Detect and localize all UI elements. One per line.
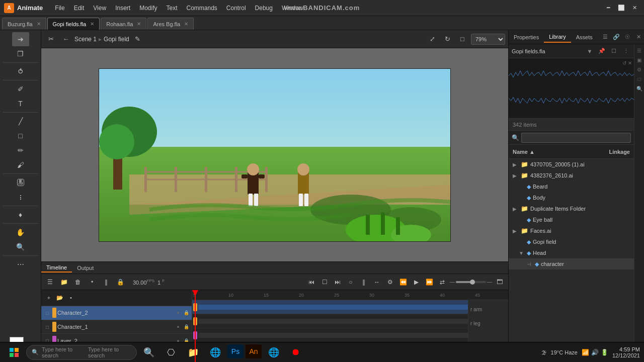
battery-icon[interactable]: 🔋: [601, 349, 608, 356]
lib-item-beard[interactable]: ◆ Beard: [509, 181, 634, 192]
tab-gopi-close[interactable]: ✕: [90, 21, 94, 27]
lib-item-character[interactable]: ⊣ ◆ character: [509, 258, 634, 269]
side-icon-5[interactable]: 🔍: [635, 84, 643, 93]
line-tool[interactable]: ╱: [12, 114, 29, 128]
lib-item-gopifield[interactable]: ◆ Gopi field: [509, 236, 634, 247]
maximize-button[interactable]: ⬜: [616, 3, 627, 14]
next-keyframe-button[interactable]: ⏭: [332, 277, 343, 288]
ease-button[interactable]: ⇄: [437, 277, 448, 288]
minimize-button[interactable]: ━: [603, 3, 614, 14]
panel-options-icon[interactable]: ☰: [600, 32, 611, 43]
back-button[interactable]: ←: [59, 33, 72, 46]
tab-output[interactable]: Output: [72, 264, 99, 272]
zoom-tool[interactable]: 🔍: [12, 240, 29, 254]
taskbar-app-chrome[interactable]: 🌐: [205, 344, 225, 360]
menu-control[interactable]: Control: [222, 3, 250, 13]
taskbar-app-cortana[interactable]: ⎔: [161, 344, 181, 360]
menu-view[interactable]: View: [89, 3, 110, 13]
edit-scene-button[interactable]: ✎: [131, 33, 144, 46]
close-button[interactable]: ✕: [629, 3, 640, 14]
add-layer-btn[interactable]: +: [44, 293, 53, 302]
taskbar-app-search[interactable]: 🔍: [139, 344, 159, 360]
paint-bucket-tool[interactable]: 🩣: [12, 175, 29, 190]
pencil-tool[interactable]: ✏: [12, 143, 29, 157]
lib-item-folder2[interactable]: ▶ 📁 4382376_2610.ai: [509, 170, 634, 181]
layer-row-character1[interactable]: □ Character_1 ● 🔒: [41, 320, 192, 334]
select-tool[interactable]: ➔: [12, 32, 29, 46]
tab-rohaan-close[interactable]: ✕: [137, 21, 141, 27]
taskbar-app-explorer[interactable]: 📁: [183, 344, 203, 360]
eraser-tool[interactable]: ♦: [12, 208, 29, 222]
text-tool[interactable]: T: [12, 97, 29, 111]
playhead[interactable]: [195, 290, 196, 362]
zoom-select[interactable]: 79% 100% 50%: [471, 34, 505, 45]
taskbar-app-photoshop[interactable]: Ps: [227, 344, 244, 358]
stage[interactable]: [99, 68, 451, 242]
layer-lock[interactable]: 🔒: [183, 309, 190, 316]
lib-item-folder1[interactable]: ▶ 📁 4370705_20005 (1).ai: [509, 159, 634, 170]
menu-file[interactable]: File: [51, 3, 68, 13]
delete-layer-button[interactable]: 🗑: [72, 277, 84, 288]
tab-assets[interactable]: Assets: [571, 32, 598, 42]
layer-visibility[interactable]: ●: [175, 323, 182, 330]
more-tools[interactable]: ⋯: [12, 257, 29, 272]
layer-lock[interactable]: 🔒: [183, 323, 190, 330]
settings-button[interactable]: ⚙: [384, 277, 395, 288]
lib-item-eyeball[interactable]: ◆ Eye ball: [509, 214, 634, 225]
lib-item-body[interactable]: ◆ Body: [509, 192, 634, 203]
tab-rohaan[interactable]: Rohaan.fla ✕: [101, 18, 146, 30]
taskbar-app-chrome2[interactable]: 🌐: [264, 344, 284, 360]
menu-insert[interactable]: Insert: [111, 3, 134, 13]
clip-content-button[interactable]: ✂: [44, 33, 57, 46]
side-icon-1[interactable]: ☰: [635, 46, 643, 54]
tab-properties[interactable]: Properties: [509, 32, 544, 42]
start-button[interactable]: [4, 344, 24, 360]
fit-button[interactable]: ⤢: [426, 33, 439, 46]
lib-item-duplicate-folder[interactable]: ▶ 📁 Duplicate Items Folder: [509, 203, 634, 214]
eyedropper-tool[interactable]: ⫶: [12, 190, 29, 204]
add-folder-button[interactable]: 📁: [58, 277, 69, 288]
layer-visibility-btn[interactable]: •: [66, 293, 75, 302]
network-icon[interactable]: 📶: [582, 349, 589, 356]
volume-icon[interactable]: 🔊: [591, 349, 599, 356]
add-keyframe-button[interactable]: ☐: [319, 277, 330, 288]
new-layer-button[interactable]: ☰: [44, 277, 55, 288]
hand-tool[interactable]: ✋: [12, 225, 29, 239]
lib-item-facesai[interactable]: ▶ 📁 Faces.ai: [509, 225, 634, 236]
add-layer-folder-btn[interactable]: 📂: [55, 293, 64, 302]
side-icon-3[interactable]: ⚙: [635, 65, 643, 73]
pen-tool[interactable]: ✐: [12, 82, 29, 96]
side-icon-2[interactable]: ▣: [635, 56, 643, 64]
tab-gopi[interactable]: Gopi fields.fla ✕: [47, 18, 100, 30]
panel-expand-icon[interactable]: ☉: [622, 32, 633, 43]
tab-library[interactable]: Library: [544, 32, 571, 43]
panel-link-icon[interactable]: 🔗: [611, 32, 622, 43]
taskbar-search[interactable]: 🔍 Type here to search Type here to searc…: [26, 345, 137, 360]
layer-row-character2[interactable]: □ Character_2 ● 🔒: [41, 306, 192, 320]
split-button[interactable]: ‖: [101, 277, 112, 288]
taskbar-app-animate[interactable]: An: [246, 344, 262, 358]
taskbar-app-record[interactable]: ⏺: [286, 344, 306, 360]
layer-visibility[interactable]: ●: [175, 309, 182, 316]
waveform-close-icon[interactable]: ✕: [628, 60, 632, 66]
tab-aresbg[interactable]: Ares Bg.fla ✕: [147, 18, 194, 30]
waveform-loop-icon[interactable]: ↺: [622, 60, 626, 66]
library-dropdown-icon[interactable]: ▼: [585, 46, 595, 56]
ripple-button[interactable]: ‖: [358, 277, 369, 288]
lib-item-head[interactable]: ▼ ◆ Head: [509, 247, 634, 258]
lasso-tool[interactable]: ⥀: [12, 64, 29, 78]
rotation-button[interactable]: ↻: [441, 33, 454, 46]
loop-button[interactable]: ○: [345, 277, 356, 288]
menu-modify[interactable]: Modify: [135, 3, 161, 13]
library-pin-icon[interactable]: 📌: [597, 46, 607, 56]
library-search-input[interactable]: [521, 133, 631, 143]
menu-text[interactable]: Text: [162, 3, 181, 13]
lock-button[interactable]: 🔒: [115, 277, 126, 288]
prev-keyframe-button[interactable]: ⏮: [306, 277, 317, 288]
play-button[interactable]: ▶: [411, 277, 422, 288]
side-icon-4[interactable]: □: [635, 75, 643, 83]
stage-options-button[interactable]: □: [456, 33, 469, 46]
dot-button[interactable]: •: [87, 277, 98, 288]
sync-button[interactable]: ↔: [371, 277, 382, 288]
free-transform-tool[interactable]: ❐: [12, 47, 29, 61]
